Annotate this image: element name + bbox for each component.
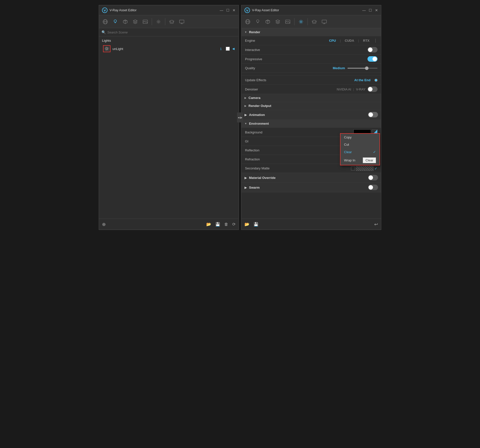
left-maximize-button[interactable]: ☐ xyxy=(226,8,230,12)
refraction-label: Refraction xyxy=(245,157,285,161)
search-icon: 🔍 xyxy=(102,30,106,34)
update-effects-radio[interactable] xyxy=(374,79,378,82)
spacer-1 xyxy=(242,73,381,76)
search-bar: 🔍 Search Scene xyxy=(99,28,238,36)
vray-logo-left xyxy=(102,7,108,13)
right-folder-icon[interactable]: 📂 xyxy=(244,222,250,227)
context-menu: Copy Cut Clear ✓ Wrap In Clear xyxy=(340,133,380,165)
secondary-matte-checkbox[interactable] xyxy=(351,166,355,170)
engine-more-icon[interactable]: ⋮ xyxy=(374,38,378,43)
swarm-section[interactable]: ▶ Swarm xyxy=(242,183,381,192)
context-menu-clear[interactable]: Clear ✓ xyxy=(340,148,380,156)
light-color-swatch[interactable] xyxy=(226,47,230,51)
engine-cpu-button[interactable]: CPU xyxy=(326,38,338,43)
toolbar-pot-icon[interactable] xyxy=(168,17,176,26)
right-minimize-button[interactable]: — xyxy=(362,8,366,12)
progressive-toggle[interactable] xyxy=(368,56,378,62)
left-bottom-icons: ⊕ xyxy=(102,222,106,227)
context-menu-wrap-in[interactable]: Wrap In Clear xyxy=(340,156,380,165)
background-row: Background Copy Cut Clear ✓ Wra xyxy=(242,128,381,137)
left-titlebar: V-Ray Asset Editor — ☐ ✕ xyxy=(99,5,238,15)
add-light-icon[interactable]: ⊕ xyxy=(102,222,106,227)
left-close-button[interactable]: ✕ xyxy=(232,8,236,12)
interactive-toggle[interactable] xyxy=(368,47,378,52)
render-section-header[interactable]: ▼ Render xyxy=(242,28,381,36)
right-close-button[interactable]: ✕ xyxy=(375,8,378,12)
svg-line-20 xyxy=(105,47,106,48)
svg-point-35 xyxy=(312,20,316,22)
animation-toggle[interactable] xyxy=(368,112,378,117)
denoiser-toggle[interactable] xyxy=(368,86,378,92)
sun-icon xyxy=(104,46,109,51)
right-toolbar-layers-icon[interactable] xyxy=(274,17,282,26)
right-maximize-button[interactable]: ☐ xyxy=(369,8,372,12)
animation-section-title: Animation xyxy=(249,113,265,117)
render-output-section[interactable]: ▶ Render Output xyxy=(242,102,381,110)
left-minimize-button[interactable]: — xyxy=(220,8,223,12)
toolbar-divider-1 xyxy=(152,18,152,25)
right-toolbar-gear-icon[interactable] xyxy=(297,17,305,26)
toolbar-gear-icon[interactable] xyxy=(154,17,163,26)
refresh-icon-bottom[interactable]: ⟳ xyxy=(232,222,236,227)
toolbar-layers-icon[interactable] xyxy=(131,17,140,26)
right-bottom-icons: 📂 💾 xyxy=(244,222,258,227)
engine-cuda-button[interactable]: CUDA xyxy=(342,38,357,43)
right-collapse-arrow-icon: ▶ xyxy=(240,116,242,119)
quality-slider-thumb[interactable] xyxy=(365,66,368,70)
right-toolbar-cube-icon[interactable] xyxy=(264,17,272,26)
context-copy-label: Copy xyxy=(344,135,352,139)
engine-row: Engine CPU | CUDA | RTX ⋮ xyxy=(242,36,381,45)
toolbar-screen-icon[interactable] xyxy=(178,17,186,26)
environment-section-header[interactable]: ▼ Environment xyxy=(242,120,381,128)
context-menu-copy[interactable]: Copy xyxy=(340,134,380,141)
camera-chevron-icon: ▶ xyxy=(244,96,246,99)
toolbar-bulb-icon[interactable] xyxy=(111,17,120,26)
update-effects-value: At the End xyxy=(285,78,378,82)
right-titlebar: V-Ray Asset Editor — ☐ ✕ xyxy=(242,5,381,15)
delete-icon-bottom[interactable]: 🗑 xyxy=(224,222,228,227)
settings-content: ▼ Render Engine CPU | CUDA | RTX ⋮ Inter… xyxy=(242,28,381,219)
environment-section-title: Environment xyxy=(249,122,269,125)
animation-section[interactable]: ▶ Animation xyxy=(242,110,381,120)
right-toolbar-image-icon[interactable] xyxy=(284,17,292,26)
folder-icon-bottom[interactable]: 📂 xyxy=(206,222,211,227)
interactive-row: Interactive xyxy=(242,45,381,54)
right-toolbar-screen-icon[interactable] xyxy=(320,17,328,26)
light-arrow-icon: ◀ xyxy=(232,47,234,50)
toolbar-cube-icon[interactable] xyxy=(121,17,130,26)
at-end-value[interactable]: At the End xyxy=(354,78,370,82)
render-chevron-icon: ▼ xyxy=(244,31,247,33)
context-menu-cut[interactable]: Cut xyxy=(340,141,380,148)
swarm-section-left: ▶ Swarm xyxy=(244,186,260,189)
engine-sep-1: | xyxy=(340,39,341,42)
material-override-toggle[interactable] xyxy=(368,175,378,180)
left-bottom-right-icons: 📂 💾 🗑 ⟳ xyxy=(206,222,236,227)
camera-section[interactable]: ▶ Camera xyxy=(242,94,381,102)
right-undo-icon[interactable]: ↩ xyxy=(374,222,378,227)
svg-point-0 xyxy=(102,8,107,13)
toolbar-globe-icon[interactable] xyxy=(101,17,110,26)
svg-line-22 xyxy=(108,47,108,48)
denoiser-nvidia-label: NVIDIA AI xyxy=(337,87,351,91)
save-icon-bottom[interactable]: 💾 xyxy=(215,222,220,227)
right-save-icon[interactable]: 💾 xyxy=(254,222,258,227)
right-window-controls: — ☐ ✕ xyxy=(362,8,378,12)
svg-line-23 xyxy=(105,50,106,50)
secondary-matte-texture-swatch[interactable] xyxy=(356,166,374,171)
right-toolbar-bulb-icon[interactable] xyxy=(254,17,262,26)
engine-label: Engine xyxy=(245,39,285,42)
swarm-toggle[interactable] xyxy=(368,185,378,190)
engine-rtx-button[interactable]: RTX xyxy=(360,38,372,43)
right-panel-collapse-left[interactable]: ▶ xyxy=(240,112,243,122)
right-toolbar-globe-icon[interactable] xyxy=(244,17,252,26)
material-override-section[interactable]: ▶ Material Override xyxy=(242,173,381,183)
denoiser-vray-label: V-RAY xyxy=(356,87,366,91)
right-toolbar-pot-icon[interactable] xyxy=(310,17,318,26)
render-output-chevron-icon: ▶ xyxy=(244,104,246,107)
secondary-matte-checkmark: ✓ xyxy=(374,166,378,170)
quality-slider-track[interactable] xyxy=(348,68,378,69)
right-title-text: V-Ray Asset Editor xyxy=(252,8,279,12)
toolbar-image-icon[interactable] xyxy=(141,17,150,26)
engine-options: CPU | CUDA | RTX ⋮ xyxy=(326,38,378,43)
light-item[interactable]: unLight 1 ◀ xyxy=(102,44,236,53)
